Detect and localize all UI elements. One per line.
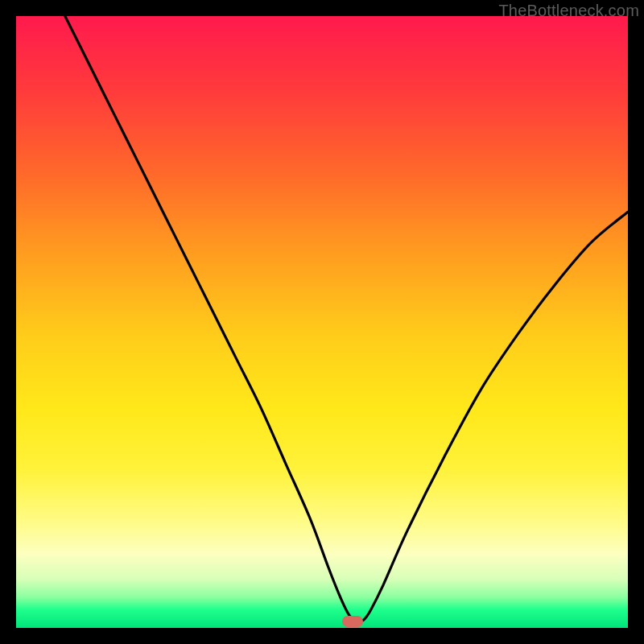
curve-svg (16, 16, 628, 628)
optimum-marker (342, 616, 363, 627)
plot-area (16, 16, 628, 628)
bottleneck-curve (65, 16, 628, 622)
chart-container: TheBottleneck.com (0, 0, 644, 644)
